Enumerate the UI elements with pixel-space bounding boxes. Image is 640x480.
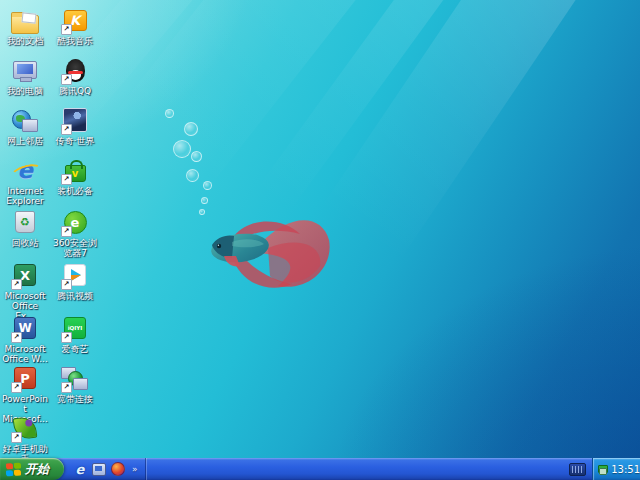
- tencent-video-icon: ↗: [60, 260, 90, 290]
- kuwo-music-icon: K ↗: [60, 5, 90, 35]
- bubble: [203, 181, 212, 190]
- shortcut-arrow-icon: ↗: [61, 174, 72, 185]
- excel-icon: X ↗: [10, 260, 40, 290]
- powerpoint-icon: P ↗: [10, 363, 40, 393]
- legend-world-game-icon: ↗: [60, 105, 90, 135]
- clock[interactable]: 13:51: [611, 464, 640, 475]
- desktop-icon-recycle-bin[interactable]: ♻ 回收站: [1, 207, 49, 248]
- shortcut-arrow-icon: ↗: [61, 382, 72, 393]
- 360-browser-icon: e ↗: [60, 207, 90, 237]
- taskbar: 开始 e » 13:51: [0, 458, 640, 480]
- desktop-icon-zhuangji-bibei[interactable]: v ↗ 装机必备: [51, 155, 99, 196]
- icon-label: 好卓手机助手: [1, 444, 49, 458]
- shortcut-arrow-icon: ↗: [61, 332, 72, 343]
- my-documents-icon: [10, 5, 40, 35]
- start-button[interactable]: 开始: [0, 458, 64, 480]
- icon-label: 装机必备: [51, 186, 99, 196]
- icon-label: 我的电脑: [1, 86, 49, 96]
- internet-explorer-icon: e: [10, 155, 40, 185]
- desktop-icon-excel[interactable]: X ↗ Microsoft Office Ex...: [1, 260, 49, 321]
- desktop-icon-haozhuo-assistant[interactable]: ↗ 好卓手机助手: [1, 413, 49, 458]
- broadband-connection-icon: ↗: [60, 363, 90, 393]
- network-tray-icon[interactable]: [598, 464, 607, 475]
- desktop-icon-word[interactable]: W ↗ Microsoft Office W...: [1, 313, 49, 364]
- shortcut-arrow-icon: ↗: [11, 432, 22, 443]
- quick-launch-ie-icon[interactable]: e: [73, 462, 87, 476]
- icon-label: 360安全浏览器7: [51, 238, 99, 258]
- desktop-icon-kuwo-music[interactable]: K ↗ 酷我音乐: [51, 5, 99, 46]
- icon-label: 酷我音乐: [51, 36, 99, 46]
- light-ray: [245, 0, 640, 374]
- desktop-icon-iqiyi[interactable]: iQIYI ↗ 爱奇艺: [51, 313, 99, 354]
- show-desktop-icon[interactable]: [92, 462, 106, 476]
- taskbar-empty-area: [146, 458, 569, 480]
- desktop-icon-tencent-video[interactable]: ↗ 腾讯视频: [51, 260, 99, 301]
- desktop-icon-network-places[interactable]: 网上邻居: [1, 105, 49, 146]
- desktop-icon-legend-world[interactable]: ↗ 传奇·世界: [51, 105, 99, 146]
- shortcut-arrow-icon: ↗: [61, 74, 72, 85]
- icon-label: 宽带连接: [51, 394, 99, 404]
- shortcut-arrow-icon: ↗: [11, 332, 22, 343]
- desktop-wallpaper: 我的文档 我的电脑 网上邻居 e Internet Explorer ♻ 回收站…: [0, 0, 640, 458]
- icon-label: 腾讯视频: [51, 291, 99, 301]
- icon-label: 腾讯QQ: [51, 86, 99, 96]
- icon-label: Internet Explorer: [1, 186, 49, 206]
- bubble: [165, 109, 174, 118]
- iqiyi-icon: iQIYI ↗: [60, 313, 90, 343]
- shortcut-arrow-icon: ↗: [61, 279, 72, 290]
- betta-fish-wallpaper: [198, 196, 338, 306]
- shortcut-arrow-icon: ↗: [61, 124, 72, 135]
- bubble: [173, 140, 191, 158]
- haozhuo-assistant-icon: ↗: [10, 413, 40, 443]
- quick-launch-bar: e »: [64, 458, 146, 480]
- windows-logo-icon: [6, 462, 21, 476]
- quick-launch-media-icon[interactable]: [111, 462, 125, 476]
- quick-launch-overflow-chevron[interactable]: »: [130, 458, 138, 480]
- icon-label: 传奇·世界: [51, 136, 99, 146]
- shortcut-arrow-icon: ↗: [61, 24, 72, 35]
- icon-label: Microsoft Office W...: [1, 344, 49, 364]
- icon-label: 我的文档: [1, 36, 49, 46]
- bubble: [191, 151, 202, 162]
- input-method-keyboard-icon[interactable]: [569, 463, 586, 476]
- desktop-icon-qq[interactable]: ↗ 腾讯QQ: [51, 55, 99, 96]
- shortcut-arrow-icon: ↗: [61, 226, 72, 237]
- recycle-bin-icon: ♻: [10, 207, 40, 237]
- network-places-icon: [10, 105, 40, 135]
- shortcut-arrow-icon: ↗: [11, 382, 22, 393]
- icon-label: 爱奇艺: [51, 344, 99, 354]
- desktop-icon-internet-explorer[interactable]: e Internet Explorer: [1, 155, 49, 206]
- desktop-icon-broadband-connection[interactable]: ↗ 宽带连接: [51, 363, 99, 404]
- desktop-icon-360-browser[interactable]: e ↗ 360安全浏览器7: [51, 207, 99, 258]
- qq-icon: ↗: [60, 55, 90, 85]
- software-bag-icon: v ↗: [60, 155, 90, 185]
- my-computer-icon: [10, 55, 40, 85]
- desktop-icon-my-documents[interactable]: 我的文档: [1, 5, 49, 46]
- start-button-label: 开始: [25, 461, 49, 478]
- icon-label: 网上邻居: [1, 136, 49, 146]
- bubble: [184, 122, 198, 136]
- shortcut-arrow-icon: ↗: [11, 279, 22, 290]
- desktop-icon-my-computer[interactable]: 我的电脑: [1, 55, 49, 96]
- word-icon: W ↗: [10, 313, 40, 343]
- system-tray: 13:51: [592, 458, 640, 480]
- screen: 我的文档 我的电脑 网上邻居 e Internet Explorer ♻ 回收站…: [0, 0, 640, 480]
- bubble: [186, 169, 199, 182]
- icon-label: 回收站: [1, 238, 49, 248]
